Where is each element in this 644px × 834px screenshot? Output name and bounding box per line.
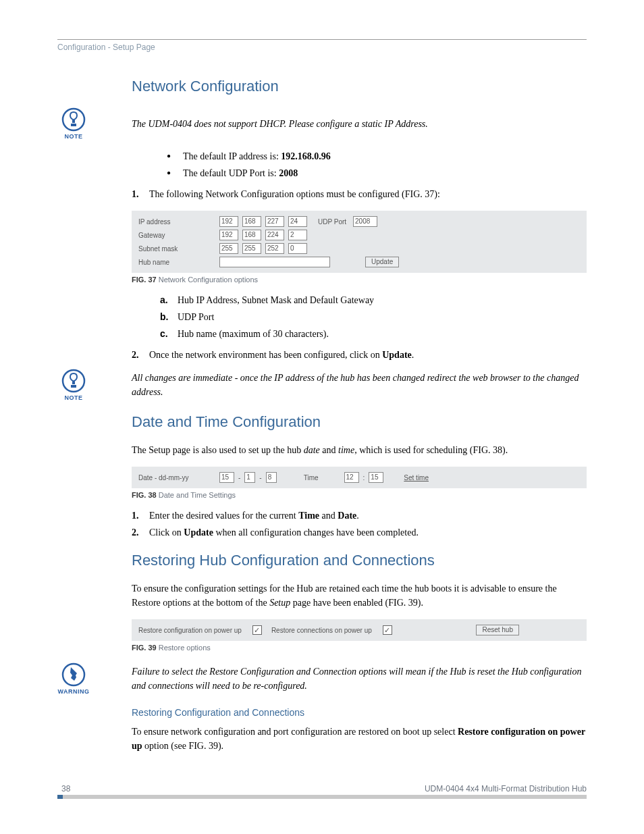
gw-octet-3[interactable]: 224	[265, 230, 284, 240]
date-yy[interactable]: 8	[266, 472, 277, 483]
heading-restoring: Restoring Hub Configuration and Connecti…	[132, 552, 587, 569]
gw-octet-4[interactable]: 2	[288, 230, 307, 240]
note-icon: NOTE	[57, 369, 90, 401]
warning-icon: WARNING	[57, 662, 90, 695]
ip-octet-4[interactable]: 24	[288, 216, 307, 227]
hub-name-input[interactable]	[219, 257, 330, 267]
figure-38-caption: FIG. 38 Date and Time Settings	[132, 491, 587, 499]
set-time-link[interactable]: Set time	[404, 474, 429, 481]
bullet-default-udp: The default UDP Port is: 2008	[179, 166, 587, 180]
time-mm[interactable]: 15	[369, 472, 383, 483]
footer-doc-title: UDM-0404 4x4 Multi-Format Distribution H…	[425, 784, 587, 793]
restore-intro: To ensure the configuration settings for…	[132, 581, 587, 610]
ip-octet-3[interactable]: 227	[265, 216, 284, 227]
note-text: The UDM-0404 does not support DHCP. Plea…	[132, 117, 428, 131]
warning-text: Failure to select the Restore Configurat…	[132, 664, 587, 693]
restore-config-label: Restore configuration on power up	[138, 627, 242, 634]
step-1-network: 1.The following Network Configuration op…	[132, 187, 587, 201]
step-1-datetime: 1.Enter the desired values for the curre…	[132, 509, 587, 523]
bullet-default-ip: The default IP address is: 192.168.0.96	[179, 149, 587, 163]
mask-octet-4[interactable]: 0	[288, 243, 307, 254]
date-label: Date - dd-mm-yy	[138, 474, 215, 481]
gateway-label: Gateway	[138, 232, 215, 239]
gw-octet-1[interactable]: 192	[219, 230, 238, 240]
date-mm[interactable]: 1	[244, 472, 255, 483]
figure-39-caption: FIG. 39 Restore options	[132, 644, 587, 652]
figure-38: Date - dd-mm-yy 15- 1- 8 Time 12: 15 Set…	[132, 467, 587, 488]
substep-c: c.Hub name (maximum of 30 characters).	[160, 327, 587, 341]
subnet-mask-label: Subnet mask	[138, 245, 215, 253]
substep-a: a.Hub IP Address, Subnet Mask and Defaul…	[160, 293, 587, 307]
substep-b: b.UDP Port	[160, 310, 587, 324]
datetime-intro: The Setup page is also used to set up th…	[132, 443, 587, 457]
hub-name-label: Hub name	[138, 259, 215, 266]
figure-37: IP address 192 168 227 24 UDP Port 2008 …	[132, 211, 587, 273]
ip-octet-2[interactable]: 168	[242, 216, 261, 227]
restore-connections-label: Restore connections on power up	[271, 627, 372, 634]
time-hh[interactable]: 12	[344, 472, 359, 483]
date-dd[interactable]: 15	[219, 472, 234, 483]
ip-octet-1[interactable]: 192	[219, 216, 238, 227]
restore-connections-checkbox[interactable]	[383, 625, 392, 635]
step-2-datetime: 2.Click on Update when all configuration…	[132, 525, 587, 540]
mask-octet-2[interactable]: 255	[242, 243, 261, 254]
subheading-restoring: Restoring Configuration and Connections	[132, 707, 587, 718]
mask-octet-1[interactable]: 255	[219, 243, 238, 254]
step-2-network: 2.Once the network environment has been …	[132, 348, 587, 362]
note-icon: NOTE	[57, 107, 90, 140]
heading-date-time: Date and Time Configuration	[132, 413, 587, 431]
restore-config-checkbox[interactable]	[252, 625, 262, 635]
udp-port-input[interactable]: 2008	[353, 216, 377, 227]
udp-port-label: UDP Port	[318, 218, 346, 226]
gw-octet-2[interactable]: 168	[242, 230, 261, 240]
page-number: 38	[61, 784, 70, 793]
figure-39: Restore configuration on power up Restor…	[132, 619, 587, 641]
restore-para: To ensure network configuration and port…	[132, 725, 587, 753]
footer-bar	[57, 795, 587, 799]
reset-hub-button[interactable]: Reset hub	[476, 625, 519, 635]
heading-network-configuration: Network Configuration	[132, 78, 587, 95]
ip-address-label: IP address	[138, 218, 215, 226]
update-button[interactable]: Update	[365, 257, 399, 267]
breadcrumb: Configuration - Setup Page	[57, 43, 587, 52]
mask-octet-3[interactable]: 252	[265, 243, 284, 254]
note-text: All changes are immediate - once the IP …	[132, 371, 587, 399]
figure-37-caption: FIG. 37 Network Configuration options	[132, 276, 587, 284]
time-label: Time	[304, 474, 319, 481]
